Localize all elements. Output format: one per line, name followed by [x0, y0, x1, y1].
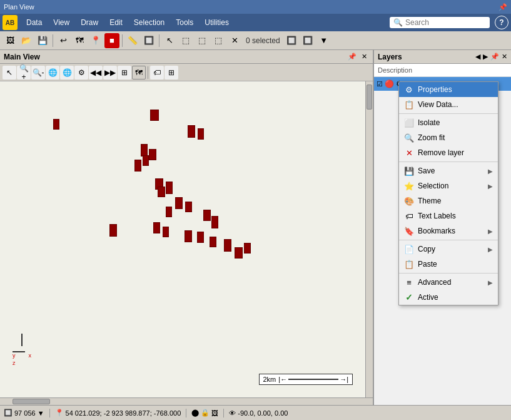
map-next[interactable]: ▶▶ — [103, 66, 117, 79]
ctx-copy[interactable]: 📄 Copy ▶ — [399, 242, 498, 257]
ctx-zoom-fit[interactable]: 🔍 Zoom fit — [399, 130, 498, 145]
ctx-active[interactable]: ✓ Active — [399, 290, 498, 305]
menu-draw[interactable]: Draw — [76, 16, 103, 29]
ctx-properties[interactable]: ⚙ Properties — [399, 82, 498, 97]
ctx-theme[interactable]: 🎨 Theme — [399, 193, 498, 208]
help-button[interactable]: ? — [495, 16, 508, 29]
map-rect — [188, 125, 195, 138]
layer-checkbox[interactable]: ☑ — [377, 80, 383, 88]
menu-utilities[interactable]: Utilities — [200, 16, 234, 29]
selected-count: 0 selected — [246, 36, 280, 45]
view-pin-btn[interactable]: 📌 — [346, 52, 358, 61]
menu-edit[interactable]: Edit — [104, 16, 128, 29]
map-extra[interactable]: ⊞ — [164, 66, 178, 79]
h-scrollbar-thumb[interactable] — [13, 399, 50, 404]
status-id-icon: 🔲 — [4, 409, 13, 417]
copy-icon: 📄 — [404, 244, 414, 254]
selection-icon: ⭐ — [404, 181, 414, 191]
scale-label: 2km — [263, 376, 276, 383]
status-marker-icon: 📍 — [55, 409, 64, 417]
ctx-view-data[interactable]: 📋 View Data... — [399, 97, 498, 112]
menu-view[interactable]: View — [48, 16, 74, 29]
toolbar-btn-8[interactable]: 📏 — [125, 33, 140, 48]
toolbar-btn-15[interactable]: 🔲 — [284, 33, 299, 48]
layers-forward-btn[interactable]: ▶ — [483, 53, 488, 61]
status-sep-2 — [186, 409, 186, 417]
map-rect — [109, 224, 117, 237]
search-box[interactable]: 🔍 — [390, 17, 490, 28]
ctx-selection[interactable]: ⭐ Selection ▶ — [399, 178, 498, 193]
layers-title: Layers — [378, 53, 473, 61]
map-rect — [211, 216, 218, 228]
toolbar-select-dropdown[interactable]: ▼ — [316, 33, 331, 48]
menu-selection[interactable]: Selection — [129, 16, 169, 29]
isolate-icon: ⬜ — [404, 118, 414, 128]
menu-data[interactable]: Data — [21, 16, 47, 29]
app-title: Plan View — [4, 3, 34, 11]
map-arrow-tool[interactable]: ↖ — [3, 66, 16, 79]
main-toolbar: 🖼 📂 💾 ↩ 🗺 📍 ■ 📏 🔲 ↖ ⬚ ⬚ ⬚ ✕ 0 selected 🔲… — [0, 31, 511, 50]
ctx-save[interactable]: 💾 Save ▶ — [399, 163, 498, 178]
map-settings[interactable]: ⚙ — [74, 66, 88, 79]
view-close-btn[interactable]: ✕ — [360, 52, 369, 61]
toolbar-btn-11[interactable]: ⬚ — [178, 33, 193, 48]
layers-header: Layers ◀ ▶ 📌 ✕ — [374, 50, 511, 64]
map-globe-1[interactable]: 🌐 — [46, 66, 59, 79]
map-toolbar: ↖ 🔍+ 🔍- 🌐 🌐 ⚙ ◀◀ ▶▶ ⊞ 🗺 🏷 ⊞ — [0, 64, 373, 81]
map-rect — [197, 232, 204, 243]
menu-bar: AB Data View Draw Edit Selection Tools U… — [0, 14, 511, 31]
toolbar-btn-13[interactable]: ⬚ — [211, 33, 226, 48]
toolbar-btn-5[interactable]: 🗺 — [72, 33, 87, 48]
toolbar-btn-4[interactable]: ↩ — [56, 33, 71, 48]
map-zoom-out[interactable]: 🔍- — [31, 66, 45, 79]
toolbar-btn-10[interactable]: ↖ — [162, 33, 177, 48]
map-layer-icon[interactable]: 🗺 — [132, 66, 146, 79]
layers-pin-btn[interactable]: 📌 — [490, 53, 499, 61]
main-view-title: Main View — [4, 53, 40, 61]
v-scrollbar-thumb[interactable] — [367, 85, 372, 110]
map-rect — [198, 128, 204, 140]
ctx-remove-layer[interactable]: ✕ Remove layer — [399, 145, 498, 160]
toolbar-btn-7[interactable]: ■ — [104, 33, 119, 48]
map-globe-2[interactable]: 🌐 — [60, 66, 74, 79]
map-scrollbar-h[interactable] — [0, 397, 373, 405]
toolbar-btn-16[interactable]: 🔲 — [300, 33, 315, 48]
map-zoom-in[interactable]: 🔍+ — [17, 66, 31, 79]
map-grid[interactable]: ⊞ — [118, 66, 131, 79]
context-menu: ⚙ Properties 📋 View Data... ⬜ Isolate 🔍 … — [398, 81, 498, 305]
pin-button[interactable]: 📌 — [498, 3, 507, 11]
ctx-text-labels[interactable]: 🏷 Text Labels — [399, 208, 498, 223]
active-check-icon: ✓ — [404, 292, 414, 302]
map-bookmark[interactable]: 🏷 — [150, 66, 164, 79]
layers-close-btn[interactable]: ✕ — [502, 53, 507, 61]
ctx-bookmarks[interactable]: 🔖 Bookmarks ▶ — [399, 223, 498, 238]
ctx-isolate[interactable]: ⬜ Isolate — [399, 115, 498, 130]
map-rect — [210, 237, 216, 247]
status-id-dropdown[interactable]: ▼ — [38, 409, 44, 417]
toolbar-btn-14[interactable]: ✕ — [227, 33, 242, 48]
status-id: 🔲 97 056 ▼ — [4, 409, 44, 417]
status-rotation: 👁 -90.0, 0.00, 0.00 — [229, 409, 288, 417]
map-scrollbar-v[interactable] — [365, 81, 373, 397]
ctx-sep-2 — [399, 161, 498, 162]
map-rect — [163, 227, 169, 237]
layers-back-btn[interactable]: ◀ — [475, 53, 480, 61]
search-icon: 🔍 — [393, 18, 403, 27]
toolbar-btn-2[interactable]: 📂 — [19, 33, 34, 48]
map-rect — [141, 144, 148, 156]
search-input[interactable] — [405, 18, 480, 27]
status-lock-icon: 🔒 — [201, 409, 210, 417]
toolbar-btn-6[interactable]: 📍 — [88, 33, 103, 48]
toolbar-btn-9[interactable]: 🔲 — [141, 33, 156, 48]
ctx-paste[interactable]: 📋 Paste — [399, 257, 498, 272]
map-rect — [235, 247, 243, 259]
menu-tools[interactable]: Tools — [171, 16, 198, 29]
map-prev[interactable]: ◀◀ — [89, 66, 103, 79]
toolbar-btn-1[interactable]: 🖼 — [3, 33, 18, 48]
status-id-value: 97 056 — [14, 409, 36, 417]
toolbar-btn-12[interactable]: ⬚ — [195, 33, 210, 48]
status-bar: 🔲 97 056 ▼ 📍 54 021.029; -2 923 989.877;… — [0, 405, 511, 420]
toolbar-btn-3[interactable]: 💾 — [35, 33, 50, 48]
toolbar-sep-1 — [53, 34, 53, 47]
ctx-advanced[interactable]: ≡ Advanced ▶ — [399, 275, 498, 290]
